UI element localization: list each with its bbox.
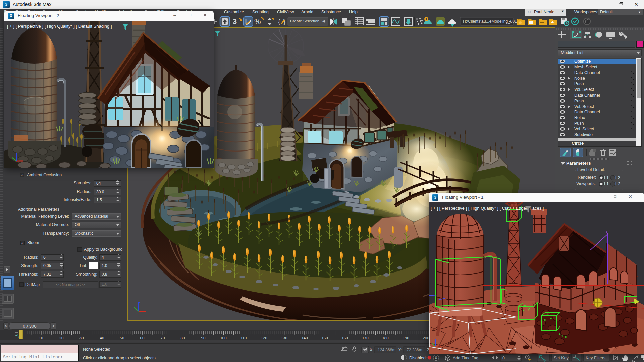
svg-text:Key Filters...: Key Filters... xyxy=(586,356,609,360)
svg-text:%: % xyxy=(254,17,261,26)
svg-text:Create Selection Se: Create Selection Se xyxy=(290,19,325,23)
svg-text:Add Time Tag: Add Time Tag xyxy=(453,356,478,360)
svg-text:3: 3 xyxy=(233,17,237,26)
svg-text:Set Key: Set Key xyxy=(554,356,569,360)
svg-text:60: 60 xyxy=(140,336,145,340)
svg-text:20: 20 xyxy=(59,336,64,340)
svg-text:H:\Clients\au...eModeling_001: H:\Clients\au...eModeling_001 xyxy=(463,19,517,24)
svg-text:-72.286m: -72.286m xyxy=(405,348,422,352)
svg-text:80: 80 xyxy=(181,336,185,340)
svg-text:X:: X: xyxy=(370,348,374,352)
svg-text:50: 50 xyxy=(120,336,124,340)
svg-text:70: 70 xyxy=(161,336,165,340)
svg-text:y: y xyxy=(528,307,530,311)
svg-text:x: x xyxy=(523,308,525,312)
svg-text:0: 0 xyxy=(502,356,505,360)
svg-text:[ + ] [ Perspective ] [ High Q: [ + ] [ Perspective ] [ High Quality* ] … xyxy=(7,24,112,29)
svg-text:160: 160 xyxy=(341,336,348,340)
svg-text:{: { xyxy=(278,18,280,25)
svg-text:110: 110 xyxy=(240,336,247,340)
svg-text:190: 190 xyxy=(402,336,409,340)
svg-text:30: 30 xyxy=(79,336,84,340)
svg-text:Disabled:: Disabled: xyxy=(409,356,427,360)
svg-text:100: 100 xyxy=(220,336,226,340)
svg-text:y: y xyxy=(550,316,552,320)
svg-text:40: 40 xyxy=(100,336,104,340)
svg-text:180: 180 xyxy=(382,336,388,340)
svg-text:z: z xyxy=(547,312,549,316)
svg-text:Y:: Y: xyxy=(398,348,402,352)
svg-text:y: y xyxy=(561,333,564,337)
svg-text:170: 170 xyxy=(362,336,368,340)
svg-text:z: z xyxy=(524,302,526,306)
svg-text:x: x xyxy=(544,318,546,322)
svg-text:z: z xyxy=(559,331,561,335)
svg-text:-124.868m: -124.868m xyxy=(376,348,395,352)
svg-text:10: 10 xyxy=(39,336,43,340)
svg-text:0: 0 xyxy=(435,356,437,360)
svg-text:150: 150 xyxy=(321,336,328,340)
svg-text:x: x xyxy=(565,335,567,339)
svg-text:140: 140 xyxy=(301,336,308,340)
svg-text:120: 120 xyxy=(261,336,267,340)
svg-text:90: 90 xyxy=(201,336,206,340)
svg-text:200: 200 xyxy=(423,336,429,340)
svg-text:130: 130 xyxy=(281,336,287,340)
